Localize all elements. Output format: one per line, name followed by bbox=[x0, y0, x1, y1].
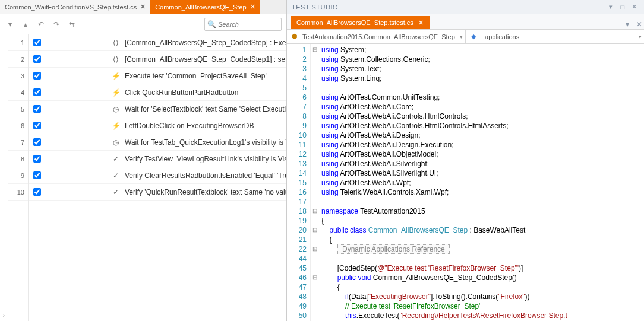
step-item[interactable]: ⟨⟩[Common_AllBrowsersQE_Step_CodedStep1]… bbox=[46, 51, 286, 68]
code-line[interactable]: if(Data["ExecutingBrowser"].ToString().C… bbox=[321, 292, 644, 301]
code-line[interactable]: public class Common_AllBrowsersQE_Step :… bbox=[321, 225, 644, 235]
type-selector[interactable]: ⬢ TestAutomation2015.Common_AllBrowsersQ… bbox=[287, 30, 466, 43]
line-number: 2 bbox=[287, 55, 307, 64]
code-line[interactable]: using ArtOfTest.WebAii.Controls.HtmlCont… bbox=[321, 121, 644, 131]
code-line[interactable]: namespace TestAutomation2015 bbox=[321, 206, 644, 216]
code-editor[interactable]: 1234567891011121314151617181920212244454… bbox=[287, 44, 644, 321]
code-line[interactable] bbox=[321, 254, 644, 263]
step-item[interactable]: ⟨⟩[Common_AllBrowsersQE_Step_CodedStep] … bbox=[46, 34, 286, 51]
tab-allbrowsers[interactable]: Common_AllBrowsersQE_Step ✕ bbox=[150, 0, 260, 14]
fold-toggle bbox=[311, 112, 319, 121]
fold-toggle[interactable]: ⊟ bbox=[311, 225, 319, 235]
fold-toggle[interactable]: ⊟ bbox=[311, 45, 319, 55]
code-line[interactable]: using ArtOfTest.WebAii.Silverlight.UI; bbox=[321, 169, 644, 178]
chevron-down-icon: ▾ bbox=[460, 34, 463, 40]
step-enabled-checkbox[interactable] bbox=[29, 51, 46, 68]
fold-toggle[interactable]: ⊟ bbox=[311, 206, 319, 216]
step-enabled-checkbox[interactable] bbox=[29, 167, 46, 184]
line-number: 18 bbox=[287, 206, 307, 216]
close-icon[interactable]: ✕ bbox=[250, 4, 255, 10]
step-text: Verify ClearResultsRadbutton.IsEnabled '… bbox=[125, 171, 286, 180]
line-number: 22 bbox=[287, 244, 307, 254]
step-item[interactable]: ◷Wait for TestTab_QuickExecutionLog1's v… bbox=[46, 134, 286, 151]
fold-toggle[interactable]: ⊟ bbox=[311, 273, 319, 282]
expand-gutter[interactable]: › bbox=[0, 34, 8, 321]
tab-label: Common_AllBrowsersQE_Step bbox=[155, 4, 246, 11]
maximize-icon[interactable]: □ bbox=[618, 2, 627, 12]
member-name: _applications bbox=[481, 33, 519, 40]
left-tab-bar: Common_WaitForConditionVS_Step.tstest.cs… bbox=[0, 0, 286, 14]
code-line[interactable]: { bbox=[321, 282, 644, 292]
step-number: 10 bbox=[8, 184, 28, 201]
code-line[interactable] bbox=[321, 197, 644, 206]
close-icon[interactable]: ✕ bbox=[140, 4, 146, 10]
step-number: 7 bbox=[8, 134, 28, 151]
step-enabled-checkbox[interactable] bbox=[29, 34, 46, 51]
step-item[interactable]: ✓Verify ClearResultsRadbutton.IsEnabled … bbox=[46, 167, 286, 184]
code-line[interactable]: this.ExecuteTest("Recording\\HelperTests… bbox=[321, 311, 644, 320]
step-enabled-checkbox[interactable] bbox=[29, 151, 46, 167]
line-number: 44 bbox=[287, 254, 307, 263]
member-selector[interactable]: ◆ _applications ▾ bbox=[466, 30, 644, 43]
code-line[interactable]: using ArtOfTest.WebAii.Design.Execution; bbox=[321, 140, 644, 150]
step-enabled-checkbox[interactable] bbox=[29, 101, 46, 117]
step-enabled-checkbox[interactable] bbox=[29, 117, 46, 134]
code-tab[interactable]: Common_AllBrowsersQE_Step.tstest.cs ✕ bbox=[291, 16, 430, 29]
move-up-icon[interactable]: ▴ bbox=[20, 19, 31, 30]
code-line[interactable]: using ArtOfTest.WebAii.Design; bbox=[321, 131, 644, 140]
step-enabled-checkbox[interactable] bbox=[29, 68, 46, 84]
code-line[interactable]: using System.Text; bbox=[321, 64, 644, 74]
code-line[interactable]: using ArtOfTest.WebAii.Wpf; bbox=[321, 178, 644, 187]
code-line[interactable]: Dynamic Applications Reference bbox=[321, 244, 644, 254]
code-line[interactable]: public void Common_AllBrowsersQE_Step_Co… bbox=[321, 273, 644, 282]
step-text: Verify TestView_ViewLogResultLink's visi… bbox=[125, 155, 286, 163]
code-line[interactable]: using ArtOfTest.Common.UnitTesting; bbox=[321, 93, 644, 102]
code-line[interactable]: // Execute test 'ResetFirefoxBrowser_Ste… bbox=[321, 301, 644, 311]
tab-waitforcondition[interactable]: Common_WaitForConditionVS_Step.tstest.cs… bbox=[0, 0, 150, 14]
code-line[interactable]: { bbox=[321, 216, 644, 225]
step-item[interactable]: ✓Verify 'QuickRunResultTextblock' text S… bbox=[46, 184, 286, 201]
undo-icon[interactable]: ↶ bbox=[36, 19, 46, 30]
close-icon[interactable]: ✕ bbox=[418, 19, 424, 27]
chevron-down-icon: ▾ bbox=[639, 34, 642, 40]
code-line[interactable] bbox=[321, 83, 644, 93]
step-enabled-checkbox[interactable] bbox=[29, 134, 46, 151]
window-menu-icon[interactable]: ▾ bbox=[606, 2, 615, 12]
code-line[interactable]: [CodedStep(@"Execute test 'ResetFirefoxB… bbox=[321, 263, 644, 273]
redo-icon[interactable]: ↷ bbox=[51, 19, 62, 30]
fold-toggle bbox=[311, 254, 319, 263]
step-enabled-checkbox[interactable] bbox=[29, 184, 46, 201]
fold-toggle bbox=[311, 159, 319, 169]
fold-toggle[interactable]: ⊞ bbox=[311, 244, 319, 254]
code-line[interactable]: using ArtOfTest.WebAii.Core; bbox=[321, 102, 644, 112]
bolt-icon: ⚡ bbox=[112, 72, 120, 80]
chevron-down-icon[interactable]: ▾ bbox=[5, 19, 15, 30]
step-item[interactable]: ⚡Click QuckRunButtonPartRadbutton bbox=[46, 84, 286, 101]
line-number: 48 bbox=[287, 292, 307, 301]
step-item[interactable]: ⚡Execute test 'Common_ProjectSaveAll_Ste… bbox=[46, 68, 286, 84]
line-number: 9 bbox=[287, 121, 307, 131]
close-all-icon[interactable]: ✕ bbox=[634, 20, 644, 29]
tab-overflow-icon[interactable]: ▾ bbox=[623, 20, 632, 29]
step-item[interactable]: ◷Wait for 'SelectTextblock' text Same 'S… bbox=[46, 101, 286, 117]
close-icon[interactable]: ✕ bbox=[630, 2, 639, 12]
step-item[interactable]: ⚡LeftDoubleClick on ExecutingBrowserDB bbox=[46, 117, 286, 134]
step-number: 9 bbox=[8, 167, 28, 184]
step-enabled-checkbox[interactable] bbox=[29, 84, 46, 101]
line-number: 16 bbox=[287, 187, 307, 197]
code-line[interactable]: using System.Collections.Generic; bbox=[321, 55, 644, 64]
code-line[interactable]: { bbox=[321, 235, 644, 244]
code-line[interactable]: using ArtOfTest.WebAii.Silverlight; bbox=[321, 159, 644, 169]
fold-toggle bbox=[311, 216, 319, 225]
line-number: 8 bbox=[287, 112, 307, 121]
code-line[interactable]: using System; bbox=[321, 45, 644, 55]
clock-icon: ◷ bbox=[112, 138, 120, 147]
settings-icon[interactable]: ⇆ bbox=[67, 19, 77, 30]
bolt-icon: ⚡ bbox=[112, 122, 120, 130]
line-number: 1 bbox=[287, 45, 307, 55]
code-line[interactable]: using Telerik.WebAii.Controls.Xaml.Wpf; bbox=[321, 187, 644, 197]
code-line[interactable]: using ArtOfTest.WebAii.Controls.HtmlCont… bbox=[321, 112, 644, 121]
step-item[interactable]: ✓Verify TestView_ViewLogResultLink's vis… bbox=[46, 151, 286, 167]
code-line[interactable]: using ArtOfTest.WebAii.ObjectModel; bbox=[321, 150, 644, 159]
code-line[interactable]: using System.Linq; bbox=[321, 74, 644, 83]
